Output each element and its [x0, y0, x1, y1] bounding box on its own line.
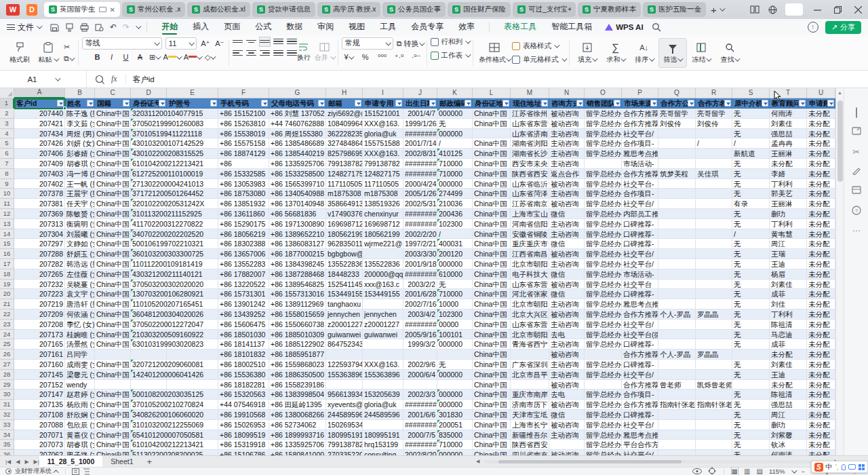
cell[interactable]: consulting: [363, 450, 403, 455]
popup-window-icon[interactable]: [851, 127, 862, 138]
cell[interactable]: +86 15320563: [218, 390, 269, 400]
cell[interactable]: 凯烁曾老师: [696, 380, 732, 390]
row-header[interactable]: 18: [0, 269, 14, 280]
cell[interactable]: 320721200209060081: [131, 360, 167, 370]
filter-dropdown-icon[interactable]: [159, 100, 165, 107]
cell[interactable]: +86 1389652210: [269, 229, 326, 240]
cell[interactable]: 指南针张老: [696, 400, 732, 410]
cell[interactable]: 河北省张家: [511, 289, 549, 299]
cell[interactable]: 新航道: [732, 149, 770, 159]
cell[interactable]: 湖南省长沙: [511, 149, 549, 159]
cell[interactable]: [696, 219, 732, 229]
row-header[interactable]: 9: [0, 179, 14, 189]
cell[interactable]: [658, 299, 696, 309]
cell[interactable]: 胡睿琪 (女: [65, 159, 95, 169]
cell[interactable]: [658, 430, 696, 440]
cell[interactable]: China中国: [95, 129, 131, 139]
copy-icon[interactable]: ⧉: [64, 54, 73, 62]
row-header[interactable]: 23: [0, 320, 14, 330]
header-cell[interactable]: 咨询方式: [549, 98, 585, 109]
file-tab[interactable]: S公务员国企事业单位: [382, 2, 446, 17]
col-header-R[interactable]: R: [696, 88, 732, 98]
cell[interactable]: 亮哥留学: [696, 109, 732, 119]
cell[interactable]: 周子路 (女: [65, 450, 95, 455]
tab-开始[interactable]: 开始: [154, 19, 185, 35]
cell[interactable]: [696, 299, 732, 309]
cell[interactable]: 710000: [437, 169, 473, 179]
report-icon[interactable]: [72, 468, 79, 475]
cell[interactable]: 广东省深圳: [511, 360, 549, 370]
cell[interactable]: China中国: [95, 149, 131, 159]
cell[interactable]: 任天宇 (女: [65, 199, 95, 209]
header-cell[interactable]: 客户id: [14, 98, 65, 109]
cell[interactable]: China中国: [95, 440, 131, 450]
locate-icon[interactable]: [708, 467, 716, 475]
cell[interactable]: [658, 239, 696, 249]
cell[interactable]: [658, 219, 696, 229]
cell[interactable]: 未分配: [807, 450, 835, 455]
cell[interactable]: 无: [732, 209, 770, 219]
cell[interactable]: 舒欣娴 (女: [65, 410, 95, 420]
cell[interactable]: [696, 280, 732, 290]
cell[interactable]: 未分配: [807, 159, 835, 169]
cell[interactable]: [326, 349, 363, 360]
borders-button[interactable]: ⊞: [149, 52, 160, 62]
cell[interactable]: 返点合作: [549, 169, 585, 179]
cell[interactable]: China中国: [473, 400, 511, 410]
cell[interactable]: 411702200312270822: [131, 219, 167, 229]
cell[interactable]: 汤景然 (女: [65, 339, 95, 349]
cell[interactable]: 合作方推荐: [622, 349, 658, 360]
cell[interactable]: 主动咨询: [549, 149, 585, 159]
cell[interactable]: m1875308: [363, 189, 403, 199]
cell[interactable]: 罗晶晶: [696, 349, 732, 360]
cell-style-button[interactable]: 单元格样式: [512, 55, 566, 64]
cell[interactable]: 合作项目-: [622, 390, 658, 400]
cell[interactable]: 1997/2/21: [403, 239, 437, 249]
cell[interactable]: 成雨雯 (女: [65, 360, 95, 370]
cell[interactable]: 市场活动-: [622, 269, 658, 280]
cell[interactable]: 未分配: [807, 179, 835, 189]
cell[interactable]: China中国: [473, 430, 511, 440]
cell[interactable]: 口碑推荐-: [622, 410, 658, 420]
convert-button[interactable]: ⧉ 转换: [397, 39, 423, 48]
cell[interactable]: 310103200212255069: [131, 420, 167, 430]
cell[interactable]: China中国: [95, 320, 131, 330]
cell[interactable]: 主动咨询: [549, 129, 585, 139]
cell[interactable]: 周江: [770, 239, 807, 249]
row-header[interactable]: 35: [0, 440, 14, 450]
file-tab[interactable]: S可过_支付宝+_滴滴: [513, 2, 576, 17]
insert-function-button[interactable]: fx: [111, 74, 117, 84]
cell[interactable]: 未分配: [807, 349, 835, 360]
header-cell[interactable]: 姓名: [65, 98, 95, 109]
wps-ai-button[interactable]: WPS AI: [605, 23, 643, 31]
cell[interactable]: 主动咨询: [549, 430, 585, 440]
cell[interactable]: 000000: [437, 450, 473, 455]
increase-decimal-button[interactable]: ⁺·⁰: [394, 52, 405, 62]
cell[interactable]: +86 15026953: [218, 420, 269, 430]
cell[interactable]: 207062: [14, 450, 65, 455]
cell[interactable]: 丁利利: [770, 179, 807, 189]
cell[interactable]: +86 15319918: [218, 440, 269, 450]
cell[interactable]: 2003/3/30: [403, 249, 437, 259]
cell[interactable]: China中国: [95, 360, 131, 370]
cell[interactable]: 筑梦美程: [658, 169, 696, 179]
cell[interactable]: 710000: [437, 289, 473, 299]
cell[interactable]: 无: [732, 129, 770, 139]
row-header[interactable]: 7: [0, 159, 14, 169]
cell[interactable]: 169698712: [363, 219, 403, 229]
cell[interactable]: 无: [437, 280, 473, 290]
cell[interactable]: [167, 349, 218, 360]
cell[interactable]: 无: [732, 400, 770, 410]
cell[interactable]: +86 18141137: [218, 339, 269, 349]
cell[interactable]: 留学总经办: [585, 129, 622, 139]
cell[interactable]: 被动咨询: [549, 380, 585, 390]
cell[interactable]: 留学总经办: [585, 109, 622, 119]
cell[interactable]: [696, 330, 732, 340]
cell[interactable]: [696, 390, 732, 400]
filter-dropdown-icon[interactable]: [541, 100, 548, 107]
cell[interactable]: 黄嘉仪 (女: [65, 430, 95, 440]
cell[interactable]: 410125: [437, 149, 473, 159]
justify-icon[interactable]: [273, 49, 283, 58]
cell[interactable]: 207288: [14, 249, 65, 259]
cell[interactable]: China中国: [95, 420, 131, 430]
